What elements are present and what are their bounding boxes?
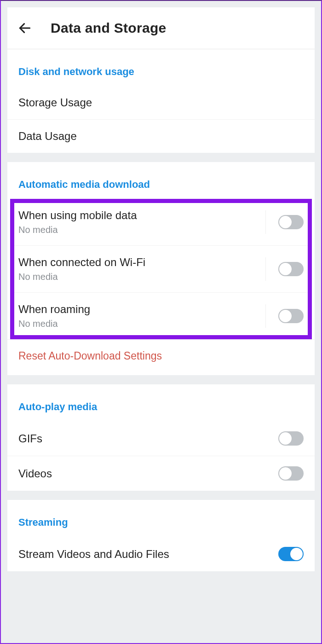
row-label: Storage Usage	[18, 96, 92, 109]
auto-download-highlight: When using mobile data No media When con…	[10, 199, 312, 339]
toggle-videos[interactable]	[278, 466, 304, 481]
section-heading-disk: Disk and network usage	[7, 49, 315, 86]
back-icon[interactable]	[17, 21, 32, 35]
row-label: Videos	[18, 467, 52, 480]
section-autoplay: Auto-play media GIFs Videos	[7, 384, 315, 491]
row-label: When connected on Wi-Fi	[18, 256, 145, 269]
row-label: When roaming	[18, 303, 90, 316]
row-roaming[interactable]: When roaming No media	[10, 292, 312, 339]
row-label: Data Usage	[18, 130, 77, 143]
toggle-wifi[interactable]	[278, 262, 304, 276]
row-stream[interactable]: Stream Videos and Audio Files	[7, 537, 315, 571]
section-divider	[1, 153, 321, 162]
app-header: Data and Storage	[7, 7, 315, 49]
row-wifi[interactable]: When connected on Wi-Fi No media	[10, 245, 312, 292]
row-label: When using mobile data	[18, 209, 137, 222]
section-disk: Disk and network usage Storage Usage Dat…	[7, 49, 315, 153]
row-data-usage[interactable]: Data Usage	[7, 119, 315, 153]
row-sublabel: No media	[18, 272, 145, 282]
row-label: GIFs	[18, 432, 42, 445]
toggle-roaming[interactable]	[278, 309, 304, 323]
row-videos[interactable]: Videos	[7, 456, 315, 491]
section-heading-auto: Automatic media download	[7, 162, 315, 199]
row-mobile-data[interactable]: When using mobile data No media	[10, 199, 312, 245]
section-divider	[1, 375, 321, 384]
section-auto-download: Automatic media download When using mobi…	[7, 162, 315, 375]
section-heading-streaming: Streaming	[7, 500, 315, 537]
section-heading-autoplay: Auto-play media	[7, 384, 315, 421]
section-streaming: Streaming Stream Videos and Audio Files	[7, 500, 315, 571]
reset-auto-download[interactable]: Reset Auto-Download Settings	[7, 339, 315, 375]
row-gifs[interactable]: GIFs	[7, 421, 315, 456]
row-storage-usage[interactable]: Storage Usage	[7, 86, 315, 119]
toggle-stream[interactable]	[278, 547, 304, 561]
row-sublabel: No media	[18, 319, 90, 329]
toggle-gifs[interactable]	[278, 431, 304, 446]
row-sublabel: No media	[18, 225, 137, 235]
section-divider	[1, 491, 321, 500]
toggle-mobile-data[interactable]	[278, 215, 304, 229]
row-label: Stream Videos and Audio Files	[18, 548, 169, 561]
page-title: Data and Storage	[51, 20, 167, 36]
